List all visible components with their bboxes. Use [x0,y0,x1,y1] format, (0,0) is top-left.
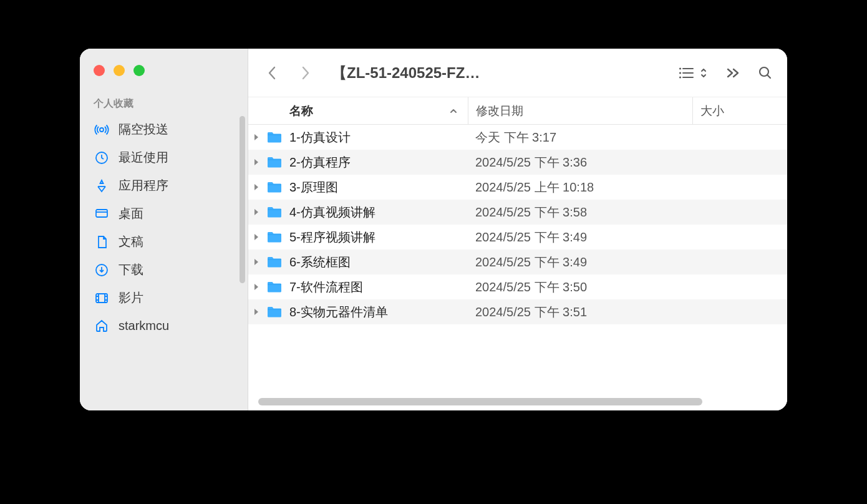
svg-rect-4 [96,294,107,303]
file-date: 2024/5/25 下午 3:49 [468,254,692,271]
file-list: 1-仿真设计今天 下午 3:172-仿真程序2024/5/25 下午 3:363… [248,125,787,410]
folder-icon [266,305,283,319]
file-date: 2024/5/25 下午 3:36 [468,154,692,171]
disclosure-triangle-icon[interactable] [248,183,266,191]
file-name: 5-程序视频讲解 [289,229,375,246]
sidebar-section-favorites: 个人收藏 [80,91,248,115]
folder-icon [266,230,283,244]
sidebar-item-label: 下载 [119,261,143,278]
window-title: 【ZL-51-240525-FZ… [332,63,480,83]
file-row[interactable]: 5-程序视频讲解2024/5/25 下午 3:49 [248,225,787,250]
sidebar-item-downloads[interactable]: 下载 [80,256,248,284]
file-row[interactable]: 4-仿真视频讲解2024/5/25 下午 3:58 [248,200,787,225]
more-toolbar-button[interactable] [724,67,741,79]
clock-icon [94,150,110,166]
file-name: 1-仿真设计 [289,129,351,146]
file-date: 2024/5/25 上午 10:18 [468,179,692,196]
file-date: 2024/5/25 下午 3:49 [468,229,692,246]
folder-icon [266,255,283,269]
file-row[interactable]: 2-仿真程序2024/5/25 下午 3:36 [248,150,787,175]
file-name: 7-软件流程图 [289,279,363,296]
file-date: 2024/5/25 下午 3:51 [468,304,692,321]
file-date: 2024/5/25 下午 3:50 [468,279,692,296]
sidebar: 个人收藏 隔空投送 最近使用 应用程序 桌面 [80,49,248,410]
sidebar-item-label: starkmcu [119,319,169,333]
back-button[interactable] [262,62,283,84]
folder-icon [266,180,283,194]
file-date: 2024/5/25 下午 3:58 [468,204,692,221]
column-size[interactable]: 大小 [692,97,787,124]
file-name: 4-仿真视频讲解 [289,204,375,221]
sidebar-item-applications[interactable]: 应用程序 [80,172,248,200]
sidebar-item-label: 隔空投送 [119,121,168,138]
sidebar-item-label: 应用程序 [119,177,168,194]
sidebar-item-recents[interactable]: 最近使用 [80,143,248,172]
file-row[interactable]: 3-原理图2024/5/25 上午 10:18 [248,175,787,200]
file-name: 6-系统框图 [289,254,351,271]
sidebar-scrollbar[interactable] [240,116,245,283]
sidebar-item-label: 文稿 [119,233,143,250]
view-mode-button[interactable] [679,66,707,80]
window-controls [80,59,248,91]
search-button[interactable] [757,65,773,81]
file-date: 今天 下午 3:17 [468,129,692,146]
chevron-updown-icon [700,66,707,80]
folder-icon [266,205,283,219]
sidebar-item-label: 影片 [119,289,143,306]
close-window-button[interactable] [94,65,105,76]
file-name: 2-仿真程序 [289,154,351,171]
movies-icon [94,290,110,306]
sidebar-item-airdrop[interactable]: 隔空投送 [80,115,248,143]
toolbar: 【ZL-51-240525-FZ… [248,49,787,97]
svg-rect-2 [96,210,107,217]
minimize-window-button[interactable] [114,65,125,76]
folder-icon [266,280,283,294]
file-row[interactable]: 1-仿真设计今天 下午 3:17 [248,125,787,150]
svg-point-6 [679,72,681,74]
disclosure-triangle-icon[interactable] [248,258,266,266]
svg-point-0 [100,128,104,132]
file-name: 3-原理图 [289,179,338,196]
svg-point-7 [679,76,681,78]
home-icon [94,317,110,334]
sidebar-item-label: 最近使用 [119,149,168,166]
disclosure-triangle-icon[interactable] [248,158,266,166]
apps-icon [94,178,110,194]
file-name: 8-实物元器件清单 [289,304,388,321]
finder-window: 个人收藏 隔空投送 最近使用 应用程序 桌面 [80,49,787,410]
svg-point-5 [679,67,681,69]
zoom-window-button[interactable] [133,65,145,76]
sort-indicator-icon [449,107,458,115]
main-pane: 【ZL-51-240525-FZ… 名称 [248,49,787,410]
sidebar-item-desktop[interactable]: 桌面 [80,200,248,228]
column-name[interactable]: 名称 [248,103,468,119]
disclosure-triangle-icon[interactable] [248,233,266,241]
disclosure-triangle-icon[interactable] [248,308,266,316]
disclosure-triangle-icon[interactable] [248,133,266,141]
disclosure-triangle-icon[interactable] [248,283,266,291]
sidebar-item-movies[interactable]: 影片 [80,284,248,312]
forward-button[interactable] [294,62,316,84]
desktop-icon [94,206,110,222]
file-row[interactable]: 8-实物元器件清单2024/5/25 下午 3:51 [248,299,787,324]
documents-icon [94,234,110,250]
folder-icon [266,130,283,144]
sidebar-item-label: 桌面 [119,205,143,222]
airdrop-icon [94,122,110,138]
disclosure-triangle-icon[interactable] [248,208,266,216]
horizontal-scrollbar[interactable] [254,398,781,407]
file-row[interactable]: 7-软件流程图2024/5/25 下午 3:50 [248,274,787,299]
downloads-icon [94,262,110,278]
sidebar-item-home[interactable]: starkmcu [80,312,248,339]
file-row[interactable]: 6-系统框图2024/5/25 下午 3:49 [248,250,787,274]
sidebar-item-documents[interactable]: 文稿 [80,228,248,256]
scrollbar-thumb[interactable] [258,398,702,405]
folder-icon [266,155,283,169]
column-headers: 名称 修改日期 大小 [248,97,787,125]
column-date[interactable]: 修改日期 [468,97,692,124]
